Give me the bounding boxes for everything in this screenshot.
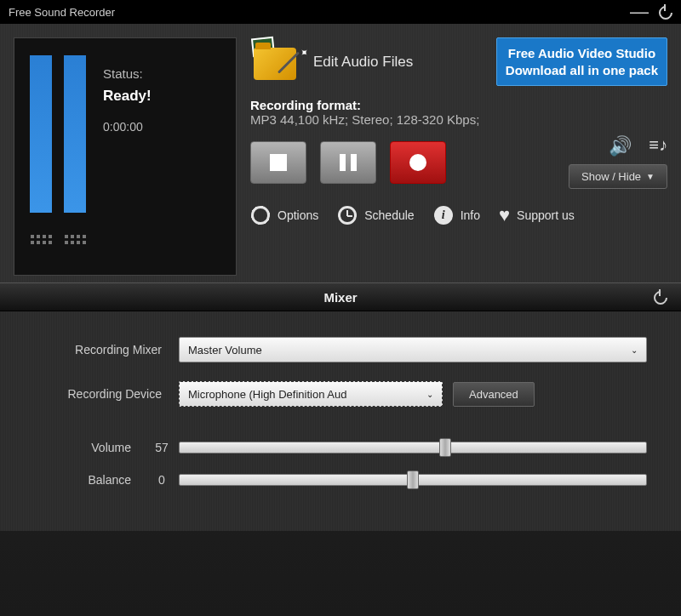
clock-icon <box>337 205 358 225</box>
playlist-icon[interactable]: ≡♪ <box>649 135 667 157</box>
balance-thumb[interactable] <box>407 471 419 489</box>
recording-mixer-label: Recording Mixer <box>34 343 179 356</box>
support-link[interactable]: ♥ Support us <box>499 204 575 226</box>
status-time: 0:00:00 <box>103 117 152 136</box>
chevron-down-icon: ⌄ <box>426 390 433 399</box>
status-panel: Status: Ready! 0:00:00 <box>14 37 237 276</box>
recording-mixer-value: Master Volume <box>188 344 262 356</box>
sound-icon[interactable]: 🔊 <box>609 135 632 157</box>
level-meters <box>30 55 86 258</box>
level-bar-left <box>30 55 52 213</box>
format-details: MP3 44,100 kHz; Stereo; 128-320 Kbps; <box>250 112 667 127</box>
mixer-header: Mixer <box>0 282 681 311</box>
format-header: Recording format: <box>250 98 667 112</box>
recording-format: Recording format: MP3 44,100 kHz; Stereo… <box>250 98 667 127</box>
volume-value: 57 <box>145 441 179 454</box>
app-window: Free Sound Recorder — Status: Ready! 0:0… <box>0 0 681 616</box>
balance-slider[interactable] <box>179 474 647 486</box>
promo-banner[interactable]: Free Audio Video Studio Download all in … <box>496 37 667 86</box>
close-power-button[interactable] <box>659 4 672 20</box>
recording-device-label: Recording Device <box>34 387 179 401</box>
pause-button[interactable] <box>320 141 376 184</box>
stop-button[interactable] <box>250 141 306 184</box>
minimize-button[interactable]: — <box>630 8 649 16</box>
status-value: Ready! <box>103 84 152 107</box>
volume-label: Volume <box>34 441 145 454</box>
support-label: Support us <box>517 208 575 222</box>
chevron-down-icon: ⌄ <box>631 345 638 355</box>
volume-thumb[interactable] <box>439 438 451 457</box>
recording-device-select[interactable]: Microphone (High Definition Aud ⌄ <box>179 381 443 407</box>
show-hide-button[interactable]: Show / Hide ▼ <box>569 164 667 189</box>
record-button[interactable] <box>390 141 446 184</box>
options-label: Options <box>278 208 318 222</box>
volume-slider[interactable] <box>179 442 647 453</box>
meter-dots-left <box>30 235 52 244</box>
advanced-button[interactable]: Advanced <box>453 382 535 407</box>
heart-icon: ♥ <box>499 204 510 226</box>
show-hide-label: Show / Hide <box>581 170 641 183</box>
balance-value: 0 <box>145 473 179 487</box>
mixer-title: Mixer <box>323 290 357 305</box>
balance-label: Balance <box>34 473 145 487</box>
level-bar-right <box>64 55 86 213</box>
app-title: Free Sound Recorder <box>9 6 115 19</box>
status-label: Status: <box>103 64 152 84</box>
schedule-link[interactable]: Schedule <box>337 205 414 225</box>
edit-files-link[interactable]: Edit Audio Files <box>313 54 413 71</box>
recording-mixer-select[interactable]: Master Volume ⌄ <box>179 337 647 362</box>
meter-dots-right <box>64 235 86 244</box>
title-bar: Free Sound Recorder — <box>0 0 681 24</box>
promo-line1: Free Audio Video Studio <box>506 45 658 62</box>
schedule-label: Schedule <box>364 208 414 222</box>
info-label: Info <box>461 208 480 222</box>
gear-icon <box>250 205 271 225</box>
options-link[interactable]: Options <box>250 205 318 225</box>
edit-files-icon[interactable] <box>250 37 301 85</box>
recording-device-value: Microphone (High Definition Aud <box>188 388 346 401</box>
info-link[interactable]: i Info <box>433 205 480 225</box>
mixer-power-button[interactable] <box>654 289 667 305</box>
chevron-down-icon: ▼ <box>646 172 655 181</box>
info-icon: i <box>433 205 454 225</box>
mixer-panel: Recording Mixer Master Volume ⌄ Recordin… <box>0 311 681 531</box>
promo-line2: Download all in one pack <box>506 62 658 79</box>
